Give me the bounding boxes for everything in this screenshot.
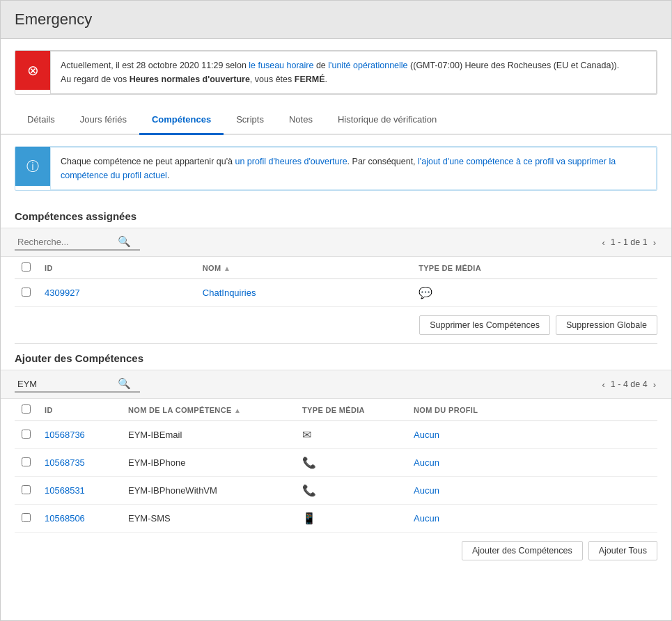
unite-link[interactable]: l'unité opérationnelle (328, 61, 407, 70)
table-row: 10568506 EYM-SMS 📱 Aucun (15, 505, 657, 533)
add-row-id[interactable]: 10568736 (38, 421, 121, 449)
tab-competences[interactable]: Compétences (139, 106, 224, 135)
add-pagination: ‹ 1 - 4 de 4 › (600, 379, 657, 390)
tab-jours-feries[interactable]: Jours fériés (68, 106, 139, 135)
assigned-search-input[interactable] (17, 237, 115, 247)
info-text: Chaque compétence ne peut appartenir qu'… (50, 147, 657, 190)
assigned-pagination: ‹ 1 - 1 de 1 › (600, 237, 657, 248)
assigned-row-id[interactable]: 4309927 (38, 279, 196, 307)
ajouter-competences-button[interactable]: Ajouter des Compétences (462, 541, 583, 560)
table-row: 10568736 EYM-IBEmail ✉ Aucun (15, 421, 657, 449)
add-table-wrap: ID NOM DE LA COMPÉTENCE ▲ TYPE DE MÉDIA … (15, 399, 657, 533)
ajouter-tous-button[interactable]: Ajouter Tous (588, 541, 657, 560)
add-search-icon[interactable]: 🔍 (118, 377, 131, 390)
add-search-input[interactable] (17, 379, 115, 389)
add-row-nom: EYM-IBEmail (121, 421, 295, 449)
ferme-bold: FERMÉ (295, 74, 325, 84)
assigned-th-id: ID (38, 257, 196, 279)
alert-line2: Au regard de vos Heures normales d'ouver… (61, 74, 327, 84)
add-row-profil: Aucun (407, 421, 657, 449)
add-prev-arrow[interactable]: ‹ (600, 379, 606, 390)
tabs-bar: Détails Jours fériés Compétences Scripts… (1, 106, 671, 135)
profil-link[interactable]: un profil d'heures d'ouverture (235, 157, 347, 166)
assigned-row-nom[interactable]: ChatInquiries (196, 279, 412, 307)
tab-historique[interactable]: Historique de vérification (325, 106, 449, 135)
add-row-profil: Aucun (407, 449, 657, 477)
info-banner: ⓘ Chaque compétence ne peut appartenir q… (15, 146, 657, 191)
add-row-media: ✉ (295, 421, 407, 449)
add-row-id[interactable]: 10568735 (38, 449, 121, 477)
assigned-table-wrap: ID NOM ▲ TYPE DE MÉDIA 4309927 ChatInqui… (15, 257, 657, 307)
add-row-checkbox[interactable] (15, 505, 38, 533)
add-th-media: TYPE DE MÉDIA (295, 399, 407, 421)
add-next-arrow[interactable]: › (652, 379, 657, 390)
add-row-nom: EYM-IBPhoneWithVM (121, 477, 295, 505)
table-row: 4309927 ChatInquiries 💬 (15, 279, 657, 307)
assigned-table: ID NOM ▲ TYPE DE MÉDIA 4309927 ChatInqui… (15, 257, 657, 307)
assigned-pagination-text: 1 - 1 de 1 (611, 237, 648, 247)
assigned-prev-arrow[interactable]: ‹ (600, 237, 606, 248)
add-row-nom: EYM-SMS (121, 505, 295, 533)
add-buttons-row: Ajouter des Compétences Ajouter Tous (1, 533, 671, 569)
assigned-select-all-checkbox[interactable] (22, 262, 31, 272)
add-sort-arrow: ▲ (234, 407, 241, 414)
alert-icon-box: ⊗ (15, 51, 50, 90)
add-row-checkbox[interactable] (15, 421, 38, 449)
supprimer-competences-button[interactable]: Supprimer les Compétences (419, 315, 550, 335)
assigned-search-bar: 🔍 ‹ 1 - 1 de 1 › (1, 228, 671, 257)
assigned-row-checkbox[interactable] (15, 279, 38, 307)
assigned-row-media: 💬 (412, 279, 657, 307)
table-row: 10568531 EYM-IBPhoneWithVM 📞 Aucun (15, 477, 657, 505)
heures-bold: Heures normales d'ouverture (130, 74, 250, 84)
add-row-profil: Aucun (407, 477, 657, 505)
info-icon-box: ⓘ (15, 147, 50, 186)
add-row-checkbox[interactable] (15, 477, 38, 505)
tab-notes[interactable]: Notes (276, 106, 325, 135)
alert-icon: ⊗ (27, 62, 39, 79)
add-th-nom[interactable]: NOM DE LA COMPÉTENCE ▲ (121, 399, 295, 421)
add-row-media: 📞 (295, 477, 407, 505)
add-table: ID NOM DE LA COMPÉTENCE ▲ TYPE DE MÉDIA … (15, 399, 657, 533)
add-pagination-text: 1 - 4 de 4 (611, 379, 648, 389)
info-icon: ⓘ (26, 158, 39, 175)
add-row-id[interactable]: 10568531 (38, 477, 121, 505)
assigned-search-wrap[interactable]: 🔍 (15, 234, 140, 251)
add-search-bar: 🔍 ‹ 1 - 4 de 4 › (1, 370, 671, 399)
tab-details[interactable]: Détails (15, 106, 68, 135)
add-th-checkbox (15, 399, 38, 421)
add-select-all-checkbox[interactable] (22, 404, 31, 414)
add-search-wrap[interactable]: 🔍 (15, 376, 140, 393)
add-row-media: 📱 (295, 505, 407, 533)
assigned-buttons-row: Supprimer les Compétences Suppression Gl… (1, 307, 671, 343)
assigned-th-nom[interactable]: NOM ▲ (196, 257, 412, 279)
assigned-sort-arrow: ▲ (224, 265, 230, 272)
add-row-nom: EYM-IBPhone (121, 449, 295, 477)
page-title: Emergency (15, 10, 657, 29)
assigned-th-media: TYPE DE MÉDIA (412, 257, 657, 279)
alert-text: Actuellement, il est 28 octobre 2020 11:… (50, 51, 657, 94)
assigned-search-icon[interactable]: 🔍 (118, 235, 131, 248)
alert-line1: Actuellement, il est 28 octobre 2020 11:… (61, 61, 619, 70)
add-row-id[interactable]: 10568506 (38, 505, 121, 533)
assigned-section-title: Compétences assignées (1, 202, 671, 228)
tab-scripts[interactable]: Scripts (224, 106, 276, 135)
assigned-next-arrow[interactable]: › (652, 237, 657, 248)
add-th-profil: NOM DU PROFIL (407, 399, 657, 421)
add-row-checkbox[interactable] (15, 449, 38, 477)
assigned-th-checkbox (15, 257, 38, 279)
alert-banner: ⊗ Actuellement, il est 28 octobre 2020 1… (15, 50, 657, 95)
add-th-id: ID (38, 399, 121, 421)
table-row: 10568735 EYM-IBPhone 📞 Aucun (15, 449, 657, 477)
fuseau-link[interactable]: le fuseau horaire (249, 61, 313, 70)
add-section-title: Ajouter des Compétences (1, 344, 671, 370)
add-row-media: 📞 (295, 449, 407, 477)
add-row-profil: Aucun (407, 505, 657, 533)
suppression-globale-button[interactable]: Suppression Globale (556, 315, 657, 335)
